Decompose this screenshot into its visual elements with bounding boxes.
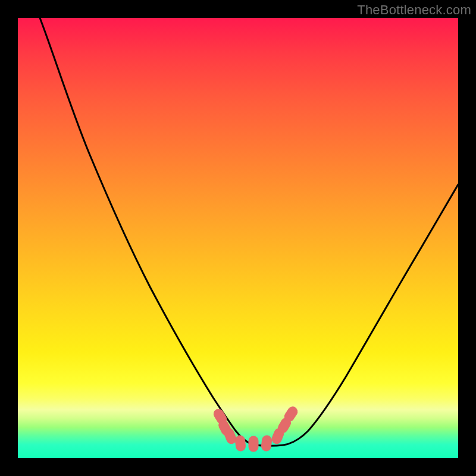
bottleneck-curve <box>40 18 458 446</box>
curve-layer <box>18 18 458 458</box>
watermark-text: TheBottleneck.com <box>357 2 471 18</box>
outer-frame: TheBottleneck.com <box>0 0 476 476</box>
valley-marker <box>261 435 273 452</box>
valley-marker <box>249 436 258 452</box>
plot-area <box>18 18 458 458</box>
valley-marker <box>235 435 246 452</box>
